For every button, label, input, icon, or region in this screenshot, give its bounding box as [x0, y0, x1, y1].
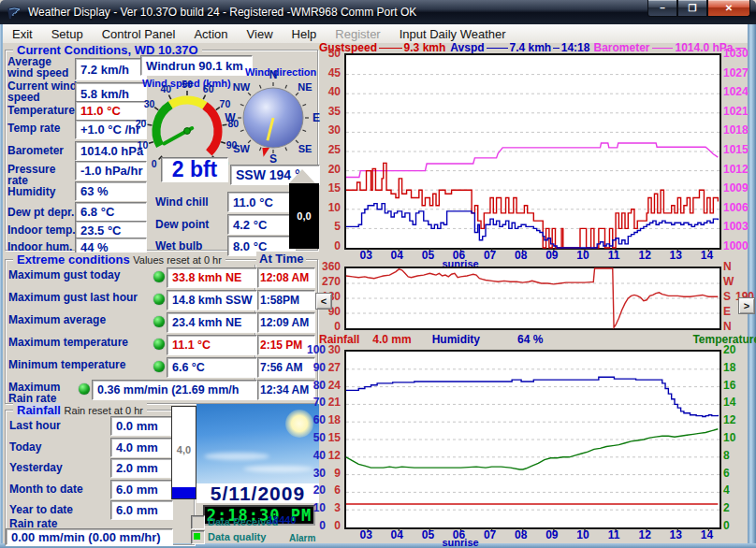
x-tick-label: 04	[385, 249, 409, 262]
menu-exit[interactable]: Exit	[3, 27, 42, 41]
rain-gauge-label: 4,0	[172, 444, 196, 455]
close-button[interactable]: ✕	[707, 0, 750, 17]
axis-tick-label: 30	[327, 343, 341, 356]
chart2-plot	[344, 267, 721, 330]
menu-view[interactable]: View	[238, 27, 283, 41]
x-tick-label: 03	[354, 249, 378, 262]
extreme-row-value: 6.6 °C	[167, 357, 257, 378]
chart1-x-axis: 030405060708091011121314	[344, 249, 718, 260]
x-tick-label: 09	[540, 528, 564, 541]
menu-setup[interactable]: Setup	[42, 27, 93, 41]
axis-tick-label: 3	[327, 501, 341, 514]
menu-input-daily-weather[interactable]: Input Daily Weather	[390, 27, 516, 41]
legend-dash	[652, 48, 674, 49]
current-row-label: Pressure rate	[7, 164, 77, 186]
wind-chill-box: 11.0 °C	[227, 192, 296, 212]
axis-tick-label: 6	[723, 467, 744, 480]
menu-help[interactable]: Help	[283, 27, 327, 41]
menu-register[interactable]: Register	[326, 27, 389, 41]
axis-tick-label: 50	[307, 431, 326, 444]
menu-control-panel[interactable]: Control Panel	[93, 27, 185, 41]
axis-tick-label: 27	[327, 361, 341, 374]
extreme-row-value: 14.8 kmh SSW	[167, 290, 257, 310]
extreme-row-label: Maximum gust last hour	[8, 292, 149, 303]
x-tick-label: 14	[694, 249, 719, 262]
current-row-label: Indoor hum.	[7, 241, 77, 252]
menu-action[interactable]: Action	[184, 27, 237, 41]
axis-tick-label: 10	[313, 201, 341, 214]
extreme-row-time: 12:09 AM	[257, 312, 315, 333]
extreme-row-time: 12:08 AM	[257, 267, 315, 288]
axis-tick-label: 1030	[723, 47, 753, 60]
axis-tick-label: 1006	[723, 201, 753, 214]
axis-tick-label: 1003	[723, 220, 753, 233]
rainfall-row-label: Year to date	[9, 504, 108, 515]
svg-text:SE: SE	[298, 143, 313, 154]
axis-tick-label: 20	[307, 483, 326, 497]
extreme-row-value: 11.1 °C	[167, 335, 257, 355]
axis-tick-label: N	[723, 260, 736, 273]
axis-tick-label: E	[723, 305, 736, 318]
axis-tick-label: 12	[327, 449, 341, 462]
dew-point-box: 4.2 °C	[227, 214, 296, 235]
axis-tick-label: 0	[327, 519, 341, 532]
chart1-time-label: 14:18	[561, 41, 590, 54]
close-icon: ✕	[725, 3, 733, 13]
extreme-row-label: Maximum Rain rate	[8, 382, 76, 404]
svg-text:NE: NE	[298, 81, 312, 93]
current-row-label: Temp rate	[7, 123, 77, 134]
legend-dash	[487, 48, 508, 49]
data-received-checkbox[interactable]	[191, 515, 205, 529]
svg-text:60: 60	[203, 83, 214, 94]
rainfall-legend-value: 4.0 mm	[372, 333, 411, 346]
axis-tick-label: 40	[307, 449, 326, 462]
axis-tick-label: 15	[327, 431, 341, 444]
data-quality-checkbox[interactable]	[191, 530, 205, 544]
x-tick-label: 08	[509, 528, 533, 541]
chart2-right-axis: NWSEN	[723, 267, 736, 326]
rainfall-row-value: 0.0 mm	[110, 416, 173, 436]
minimize-button[interactable]: –	[647, 0, 677, 17]
axis-tick-label: 60	[307, 413, 326, 426]
wind-chill-value: 11.0 °C	[233, 195, 273, 209]
wet-bulb-label: Wet bulb	[155, 240, 202, 252]
extreme-row-label: Maximum average	[8, 314, 149, 325]
svg-text:S: S	[269, 152, 277, 166]
x-tick-label: 05	[415, 528, 440, 541]
title-bar[interactable]: Weather Display - Ver 10.37O build 24 - …	[0, 0, 756, 24]
axis-tick-label: 21	[327, 396, 341, 409]
axis-tick-label: S	[723, 290, 736, 303]
chart1-left-axis: 50454035302520151050	[313, 53, 341, 246]
avspd-legend-label: Avspd	[450, 41, 484, 54]
current-row-value: 6.8 °C	[75, 202, 147, 222]
extreme-row-led	[79, 383, 90, 395]
current-row-label: Current wind speed	[7, 80, 77, 103]
svg-text:50: 50	[182, 79, 193, 90]
window-title: Weather Display - Ver 10.37O build 24 - …	[28, 6, 416, 19]
axis-tick-label: 50	[313, 47, 341, 60]
wind-direction-compass: NNEESESSWWNW	[222, 71, 325, 168]
current-row-label: Barometer	[7, 145, 77, 156]
axis-tick-label: 30	[307, 467, 326, 480]
chart2-scroll-left-button[interactable]: <	[315, 293, 332, 310]
axis-tick-label: 0	[307, 519, 326, 532]
x-tick-label: 12	[632, 249, 657, 262]
gustspeed-legend-value: 9.3 kmh	[404, 41, 446, 54]
axis-tick-label: 25	[313, 143, 341, 156]
chart2-scroll-right-button[interactable]: >	[738, 297, 755, 314]
axis-tick-label: 70	[307, 396, 326, 409]
axis-tick-label: 4	[723, 483, 744, 497]
axis-tick-label: 1009	[723, 181, 753, 195]
rainfall-title-text: Rainfall	[17, 403, 61, 417]
current-row-label: Temperature	[7, 105, 77, 116]
x-tick-label: 09	[540, 249, 564, 262]
rain-gauge: 4,0	[171, 406, 196, 499]
maximize-button[interactable]: ❐	[677, 0, 707, 17]
rainfall-row-value: 6.0 mm	[110, 500, 173, 520]
x-tick-label: 08	[509, 249, 533, 262]
date-display: 5/11/2009	[196, 483, 319, 503]
data-received-count: 18440	[268, 514, 297, 526]
x-tick-label: 13	[663, 528, 688, 541]
rainfall-row-value: 2.0 mm	[110, 458, 173, 478]
axis-tick-label: 15	[313, 181, 341, 195]
